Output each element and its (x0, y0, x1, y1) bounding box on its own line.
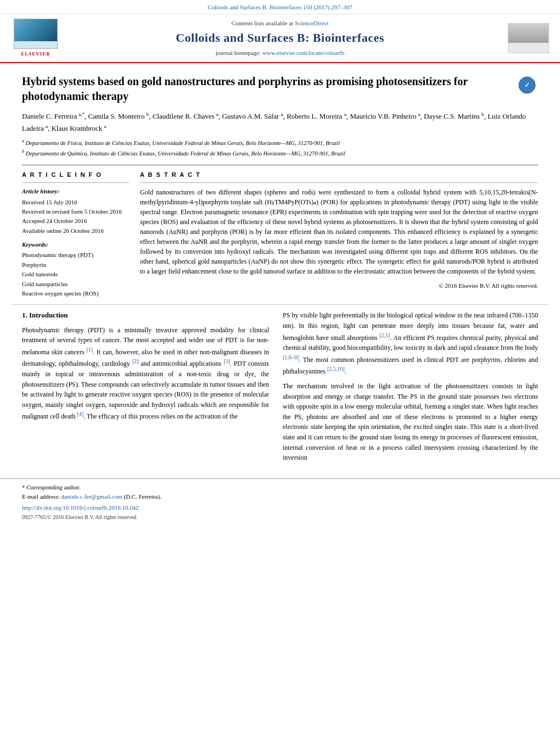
ref-2b[interactable]: [2,5] (379, 332, 390, 338)
email-address[interactable]: daniele.c.fer@gmail.com (61, 493, 122, 500)
issn-line: 0927-7765/© 2016 Elsevier B.V. All right… (22, 514, 538, 521)
elsevier-logo-box: ELSEVIER (11, 19, 60, 58)
keywords-label: Keywords: (22, 241, 129, 249)
citation-text: Colloids and Surfaces B: Biointerfaces 1… (208, 4, 352, 10)
crossmark-logo (508, 23, 549, 53)
info-separator (22, 182, 129, 183)
abstract-text: Gold nanostructures of two different sha… (140, 187, 538, 276)
svg-text:✓: ✓ (524, 81, 530, 89)
journal-center: Contents lists available at ScienceDirec… (60, 19, 500, 58)
crossmark-icon: ✓ (518, 76, 536, 94)
affiliations: a Departamento de Física, Instituto de C… (22, 138, 538, 158)
abstract-column: A B S T R A C T Gold nanostructures of t… (140, 171, 538, 299)
authors-line: Daniele C. Ferreira a,*, Camila S. Monte… (22, 110, 538, 135)
abstract-label: A B S T R A C T (140, 171, 538, 179)
received-revised-date: Received in revised form 5 October 2016 (22, 208, 129, 216)
crossmark-placeholder (500, 23, 549, 53)
accepted-date: Accepted 24 October 2016 (22, 217, 129, 225)
available-date: Available online 26 October 2016 (22, 227, 129, 235)
keyword-5: Reactive oxygen species (ROS) (22, 289, 129, 298)
ref-1[interactable]: [1] (86, 347, 93, 353)
corresponding-author: * Corresponding author. (22, 483, 538, 492)
homepage-link: journal homepage: www.elsevier.com/locat… (71, 49, 489, 57)
ref-2a[interactable]: [2] (132, 358, 139, 364)
intro-title: 1. Introduction (22, 310, 269, 320)
ref-4[interactable]: [4] (77, 411, 83, 417)
keyword-3: Gold nanorods (22, 270, 129, 278)
homepage-url[interactable]: www.elsevier.com/locate/colsurfb (262, 49, 345, 56)
info-abstract-columns: A R T I C L E I N F O Article history: R… (22, 171, 538, 299)
ref-1-6-9[interactable]: [1,6–9] (283, 354, 299, 360)
article-title-row: Hybrid systems based on gold nanostructu… (22, 74, 538, 104)
article-main: Hybrid systems based on gold nanostructu… (0, 63, 560, 304)
email-line: E-mail address: daniele.c.fer@gmail.com … (22, 493, 538, 501)
article-title: Hybrid systems based on gold nanostructu… (22, 74, 516, 104)
copyright-line: © 2016 Elsevier B.V. All rights reserved… (140, 282, 538, 290)
body-content: 1. Introduction Photodynamic therapy (PD… (0, 305, 560, 478)
intro-para-right-2: The mechanism involved in the light acti… (283, 381, 538, 463)
body-two-col: 1. Introduction Photodynamic therapy (PD… (22, 310, 538, 467)
sciencedirect-link[interactable]: ScienceDirect (295, 20, 329, 26)
received-date: Received 15 July 2016 (22, 198, 129, 207)
elsevier-image (14, 19, 58, 49)
ref-3[interactable]: [3] (223, 358, 230, 364)
footnote-area: * Corresponding author. E-mail address: … (0, 478, 560, 524)
article-separator (22, 165, 538, 165)
affil-a: a Departamento de Física, Instituto de C… (22, 138, 538, 147)
article-info-label: A R T I C L E I N F O (22, 171, 129, 179)
crossmark-side: ✓ (516, 74, 538, 94)
body-left: 1. Introduction Photodynamic therapy (PD… (22, 310, 269, 467)
intro-para-left: Photodynamic therapy (PDT) is a minimall… (22, 325, 269, 422)
author-martins: Martins (457, 112, 479, 120)
abstract-separator (140, 182, 538, 183)
keywords-section: Keywords: Photodynamic therapy (PDT) Por… (22, 241, 129, 298)
history-label: Article history: (22, 187, 129, 196)
ref-2-5-10[interactable]: [2,5,10] (327, 366, 345, 372)
top-citation-bar: Colloids and Surfaces B: Biointerfaces 1… (0, 0, 560, 14)
keyword-2: Porphyrin (22, 261, 129, 269)
keyword-1: Photodynamic therapy (PDT) (22, 251, 129, 259)
article-info-column: A R T I C L E I N F O Article history: R… (22, 171, 129, 299)
affil-b: b Departamento de Química, Instituto de … (22, 148, 538, 158)
elsevier-brand: ELSEVIER (21, 51, 51, 58)
contents-available: Contents lists available at ScienceDirec… (71, 19, 489, 27)
journal-header: ELSEVIER Contents lists available at Sci… (0, 14, 560, 63)
keyword-4: Gold nanoparticles (22, 280, 129, 288)
intro-para-right-1: PS by visible light preferentially in th… (283, 310, 538, 377)
journal-title: Colloids and Surfaces B: Biointerfaces (71, 30, 489, 47)
body-right: PS by visible light preferentially in th… (283, 310, 538, 467)
doi-link[interactable]: http://dx.doi.org/10.1016/j.colsurfb.201… (22, 504, 538, 512)
